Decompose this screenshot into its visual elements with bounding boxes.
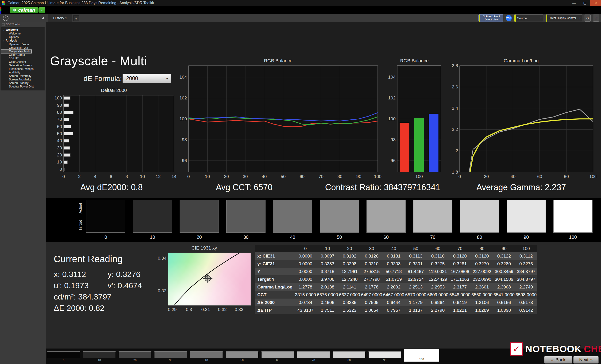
tab-history-1[interactable]: History 1 <box>48 14 72 22</box>
sidebar-item-options[interactable]: Options <box>1 35 45 39</box>
level-tile-10[interactable]: 10 <box>83 351 116 362</box>
table-cell: 0.3275 <box>427 260 449 268</box>
svg-text:1.8: 1.8 <box>452 170 458 174</box>
expander-icon[interactable]: ▾ <box>3 39 6 43</box>
sidebar-item-luminance-sweeps[interactable]: Luminance Sweeps <box>1 67 45 71</box>
sidebar-item-analysis[interactable]: ▾Analysis <box>1 39 45 43</box>
grayscale-swatch-80 <box>460 200 499 233</box>
sidebar-header-label: SDR Toolkit <box>6 23 20 26</box>
table-cell: 0.3270 <box>471 260 493 268</box>
next-button[interactable]: Next » <box>573 356 599 364</box>
calman-logo-button[interactable]: ✽ calman <box>10 7 39 13</box>
sidebar-item-grayscale-multi[interactable]: Grayscale - Multi <box>1 50 31 53</box>
table-row-label: ΔE 2000 <box>255 298 294 306</box>
next-button-label: Next <box>579 357 588 362</box>
level-tile-20[interactable]: 20 <box>119 351 151 362</box>
check-icon: ✓ <box>513 344 520 354</box>
sidebar-item-label: Screen Stability <box>9 81 28 85</box>
table-cell: 1.2106 <box>471 298 493 306</box>
svg-text:70: 70 <box>319 174 323 179</box>
swatch-label: 0 <box>86 235 125 240</box>
sidebar-collapse-button[interactable]: ◀ <box>40 16 45 20</box>
level-tile-40[interactable]: 40 <box>190 351 223 362</box>
gamma-chart: Gamma Log/Log 0204060801001.822.22.42.62… <box>446 58 596 182</box>
table-cell: 1.1779 <box>405 298 427 306</box>
grayscale-swatch-90 <box>507 200 546 233</box>
sidebar-item-additivity[interactable]: Additivity <box>1 71 45 74</box>
sidebar-item-screen-uniformity[interactable]: Screen Uniformity <box>1 74 45 78</box>
level-tile-70[interactable]: 70 <box>297 351 330 362</box>
toolkit-icon <box>2 23 4 26</box>
svg-text:0.29: 0.29 <box>168 307 177 312</box>
svg-text:100: 100 <box>388 116 396 121</box>
chevron-double-right-icon: » <box>590 357 593 362</box>
level-tile-100[interactable]: 100 <box>404 349 439 362</box>
sidebar-item-screen-angularity[interactable]: Screen Angularity <box>1 78 45 81</box>
level-tile-0[interactable]: 0 <box>47 351 80 362</box>
actual-row-label: Actual <box>78 200 84 217</box>
table-cell: 0.0000 <box>294 268 316 275</box>
svg-text:0: 0 <box>62 174 65 179</box>
sidebar-item-color-gamut[interactable]: Color Gamut <box>1 53 45 57</box>
table-cell: 0.0734 <box>294 298 316 306</box>
level-tile-90[interactable]: 90 <box>368 351 401 362</box>
session-status-icon[interactable] <box>3 16 9 21</box>
layout-tree: ▾WelcomeWelcomeOptions▾AnalysisDynamic R… <box>1 27 45 90</box>
grayscale-swatch-10 <box>133 200 172 233</box>
table-cell: 1.2778 <box>294 283 316 291</box>
table-cell: 2.2790 <box>427 306 449 314</box>
sidebar-item-dynamic-range[interactable]: Dynamic Range <box>1 43 45 46</box>
level-tile-80[interactable]: 80 <box>333 351 366 362</box>
table-cell: 50.7718 <box>383 268 405 275</box>
svg-text:90: 90 <box>356 174 361 179</box>
expander-icon[interactable]: ▾ <box>3 28 6 32</box>
sidebar-item-saturation-sweeps[interactable]: Saturation Sweeps <box>1 64 45 67</box>
svg-text:40: 40 <box>57 138 62 143</box>
current-reading-title: Current Reading <box>54 254 123 264</box>
swatch-label: 20 <box>180 235 219 240</box>
table-cell: 2.2092 <box>383 283 405 291</box>
display-control-dropdown[interactable]: Direct Display Control ▾ <box>546 14 582 22</box>
sidebar-item-grayscale-2pt[interactable]: Grayscale - 2pt <box>1 46 45 50</box>
sidebar-item-label: Screen Angularity <box>9 78 31 81</box>
svg-text:102: 102 <box>179 96 187 100</box>
rgb-balance-line-chart: RGB Balance 0102030405060708090100969810… <box>175 58 381 182</box>
level-tile-30[interactable]: 30 <box>154 351 187 362</box>
table-cell: 1.0398 <box>493 306 515 314</box>
reading-uv: u': 0.1973 v': 0.4674 <box>54 281 142 290</box>
sidebar-item-screen-stability[interactable]: Screen Stability <box>1 81 45 85</box>
meter-button[interactable]: X-Rite i1Pro 2 Direct View <box>479 14 503 22</box>
back-button[interactable]: « Back <box>544 356 572 364</box>
svg-text:0.32: 0.32 <box>218 307 227 312</box>
svg-text:0.31: 0.31 <box>201 307 210 312</box>
sidebar-item-welcome[interactable]: Welcome <box>1 32 45 35</box>
level-tile-patch <box>154 351 187 358</box>
source-dropdown[interactable]: Source ▾ <box>514 14 543 22</box>
grayscale-swatch-100 <box>553 200 592 233</box>
svg-text:96: 96 <box>182 158 187 163</box>
table-cell: 0.8173 <box>515 298 537 306</box>
table-cell: 2.1778 <box>361 283 383 291</box>
power-button[interactable]: ⏻ <box>593 15 599 22</box>
swatch-label: 90 <box>507 235 546 240</box>
close-button[interactable]: ✕ <box>590 0 601 6</box>
sidebar-item-colorchecker[interactable]: ColorChecker <box>1 60 45 64</box>
minimize-button[interactable]: — <box>569 0 579 6</box>
level-tile-50[interactable]: 50 <box>226 351 259 362</box>
calman-menu-chevron-icon[interactable]: ▾ <box>39 7 45 13</box>
sidebar-item-3d-lut[interactable]: 3D LUT <box>1 57 45 60</box>
de-formula-dropdown[interactable]: 2000 ▼ <box>122 74 171 83</box>
add-tab-button[interactable]: + <box>73 16 79 21</box>
svg-text:30: 30 <box>243 174 248 179</box>
table-cell: 2315.0000 <box>294 291 316 298</box>
svg-text:0.33: 0.33 <box>235 307 243 312</box>
settings-gear-button[interactable]: ⚙ <box>585 15 591 22</box>
maximize-button[interactable]: ▢ <box>579 0 590 6</box>
table-cell: 0.6419 <box>449 298 471 306</box>
sidebar-item-spectral-power-dist[interactable]: Spectral Power Dist. <box>1 85 45 88</box>
table-cell: 384.3797 <box>515 268 537 275</box>
level-tile-60[interactable]: 60 <box>261 351 294 362</box>
table-cell: 0.3276 <box>515 260 537 268</box>
contrast-ratio-stat: Contrast Ratio: 384379716341 <box>312 182 453 192</box>
sidebar-item-welcome[interactable]: ▾Welcome <box>1 28 45 32</box>
